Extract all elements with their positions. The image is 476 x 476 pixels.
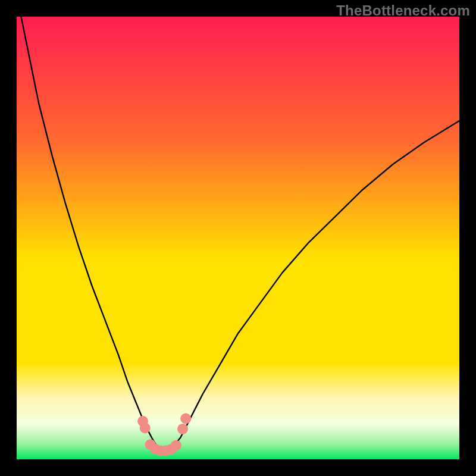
sample-dot [171, 440, 181, 451]
bottleneck-chart [17, 17, 459, 459]
sample-dot [140, 422, 151, 433]
gradient-background [17, 17, 459, 459]
sample-dot [177, 424, 188, 434]
sample-dot [180, 413, 191, 424]
outer-black-frame: TheBottleneck.com [0, 0, 476, 476]
plot-area [17, 17, 459, 459]
